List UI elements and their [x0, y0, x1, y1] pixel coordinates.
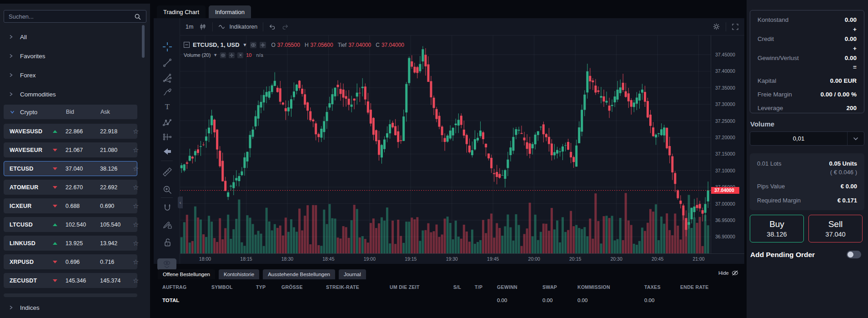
fib-fork-icon[interactable]: [162, 73, 172, 83]
chevron-down-icon[interactable]: [847, 132, 864, 145]
ask-column-header: Ask: [100, 109, 133, 115]
zoom-in-icon[interactable]: [162, 185, 172, 195]
magnet-icon[interactable]: [162, 203, 172, 213]
instrument-row[interactable]: WAVESEUR 21.067 21.080 ☆: [4, 142, 137, 157]
favorite-star-icon[interactable]: ☆: [133, 184, 143, 191]
account-row: Gewinn/Verlust0.00: [758, 53, 857, 63]
chart-style-button[interactable]: [199, 23, 207, 31]
search-input[interactable]: Suchen...: [4, 10, 146, 23]
symbol-title[interactable]: ETCUSD, 1, USD: [193, 41, 240, 48]
main-tab[interactable]: Trading Chart: [157, 5, 206, 18]
account-row: Credit0.00: [758, 34, 857, 44]
undo-button[interactable]: [269, 23, 276, 30]
instrument-row[interactable]: ATOMEUR 22.670 22.692 ☆: [4, 180, 137, 195]
xabcd-pattern-icon[interactable]: [162, 118, 172, 128]
column-header: GEWINN: [497, 284, 542, 290]
symbol-caret-icon[interactable]: ▼: [243, 42, 247, 47]
buy-price: 38.126: [767, 231, 787, 238]
instrument-row[interactable]: XRPUSD 0.696 0.716 ☆: [4, 254, 137, 269]
interval-button[interactable]: 1m: [186, 24, 193, 30]
time-tick: 18:45: [318, 256, 338, 262]
favorite-star-icon[interactable]: ☆: [133, 146, 143, 153]
ruler-icon[interactable]: [162, 167, 172, 177]
chart-settings-button[interactable]: [712, 23, 720, 30]
crosshair-icon[interactable]: [162, 42, 172, 52]
indicators-button[interactable]: Indikatoren: [218, 24, 257, 30]
buy-button[interactable]: Buy 38.126: [750, 215, 804, 242]
order-info-box: 0.01 Lots 0.05 Units ( € 0.046 ) Pips Va…: [750, 153, 864, 210]
price-tick: 37.25000: [715, 118, 735, 124]
favorite-star-icon[interactable]: ☆: [133, 202, 143, 209]
fullscreen-button[interactable]: [732, 23, 739, 30]
hide-panel-button[interactable]: Hide: [718, 270, 738, 276]
unlock-icon[interactable]: [162, 237, 172, 247]
instrument-row[interactable]: ETCUSD 37.040 38.126 ☆: [4, 161, 137, 176]
brush-icon[interactable]: [162, 87, 172, 97]
favorite-star-icon[interactable]: ☆: [133, 240, 143, 247]
price-chart[interactable]: [180, 35, 711, 253]
drawing-lock-icon[interactable]: [162, 220, 172, 230]
favorite-star-icon[interactable]: ☆: [133, 165, 143, 172]
time-tick: 20:15: [565, 256, 585, 262]
direction-arrow-icon: [53, 130, 57, 133]
sidebar-category[interactable]: Favorites: [0, 46, 150, 66]
instrument-row[interactable]: LTCUSD 102.540 105.540 ☆: [4, 217, 137, 232]
price-tick: 36.95000: [715, 217, 735, 223]
sidebar-scrollbar[interactable]: [142, 25, 145, 58]
pending-order-toggle[interactable]: [847, 251, 861, 258]
volume-settings-icon[interactable]: [229, 52, 235, 58]
account-summary: Kontostand0.00+Credit0.00+Gewinn/Verlust…: [750, 10, 864, 113]
volume-close-icon[interactable]: [237, 52, 243, 58]
sell-button[interactable]: Sell 37.040: [808, 215, 863, 242]
favorite-star-icon[interactable]: ☆: [133, 128, 143, 135]
text-icon[interactable]: T: [162, 101, 172, 111]
instrument-row[interactable]: ZECUSDT 145.346 145.374 ☆: [4, 273, 137, 288]
volume-eye-icon[interactable]: [220, 52, 226, 58]
total-cell: [390, 298, 453, 303]
redo-button[interactable]: [281, 23, 289, 30]
forecast-icon[interactable]: [162, 132, 172, 142]
direction-arrow-icon: [53, 261, 57, 263]
price-axis[interactable]: 37.4500037.4000037.3500037.3000037.25000…: [711, 35, 744, 253]
collapse-legend-icon[interactable]: [184, 42, 190, 48]
instrument-row[interactable]: WAVESUSD 22.866 22.918 ☆: [4, 124, 137, 139]
volume-indicator-label[interactable]: Volume (20): [184, 52, 211, 58]
sidebar-category[interactable]: Commodities: [0, 85, 150, 104]
sidebar-category[interactable]: All: [0, 27, 150, 46]
instrument-row[interactable]: LINKUSD 13.925 13.942 ☆: [4, 236, 137, 251]
drawing-toolbar: T: [154, 18, 180, 264]
pips-row: Pips Value € 0.00: [757, 182, 857, 191]
search-icon[interactable]: [134, 13, 141, 20]
current-price-badge: 37.04000: [711, 187, 739, 194]
chevron-right-icon: [9, 73, 13, 77]
hide-drawings-icon[interactable]: [157, 258, 176, 270]
orders-tab[interactable]: Offene Bestellungen: [158, 269, 215, 279]
chevron-right-icon: [9, 305, 13, 310]
arrow-icon[interactable]: [162, 146, 172, 156]
account-row: Kapital0.00 EUR: [758, 76, 857, 86]
instrument-row[interactable]: ICXEUR 0.688 0.690 ☆: [4, 198, 137, 213]
volume-select[interactable]: 0,01: [750, 131, 864, 146]
column-header: SWAP: [542, 284, 577, 290]
volume-caret-icon[interactable]: ▼: [213, 53, 217, 57]
direction-arrow-icon: [53, 205, 57, 207]
price-tick: 37.20000: [715, 135, 735, 140]
trend-line-icon[interactable]: [162, 58, 172, 68]
favorite-star-icon[interactable]: ☆: [133, 277, 143, 284]
crypto-group-header[interactable]: Crypto Bid Ask: [4, 105, 137, 119]
orders-tab[interactable]: Ausstehende Bestellungen: [263, 269, 335, 279]
bid-value: 37.040: [65, 166, 100, 172]
favorite-star-icon[interactable]: ☆: [133, 258, 143, 265]
svg-text:T: T: [165, 102, 170, 111]
orders-tab[interactable]: Kontohistorie: [219, 269, 259, 279]
sidebar-category[interactable]: Forex: [0, 66, 150, 85]
favorite-star-icon[interactable]: ☆: [133, 221, 143, 228]
search-placeholder: Suchen...: [9, 13, 34, 20]
orders-tab[interactable]: Journal: [339, 269, 366, 279]
time-axis[interactable]: 18:0018:1518:3018:4519:0019:1519:3019:45…: [180, 253, 744, 264]
sidebar-category-indices[interactable]: Indices: [0, 299, 150, 316]
legend-settings-icon[interactable]: [260, 42, 266, 48]
main-tab[interactable]: Information: [209, 5, 251, 18]
legend-eye-icon[interactable]: [250, 42, 256, 48]
direction-arrow-icon: [53, 167, 57, 170]
